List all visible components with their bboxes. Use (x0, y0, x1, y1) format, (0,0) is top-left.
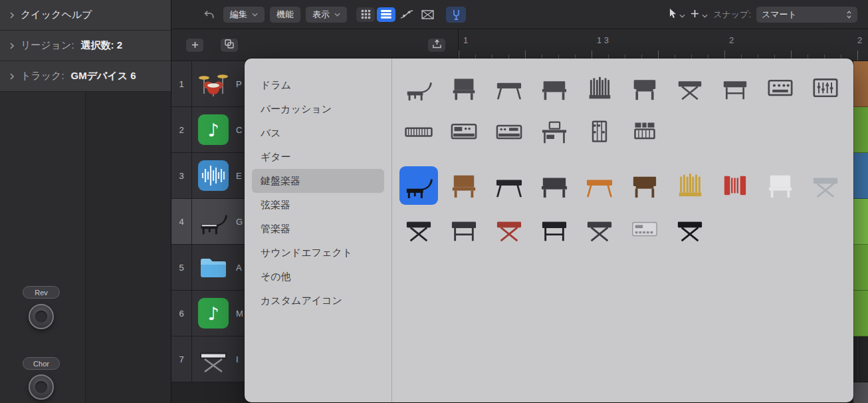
instrument-icon-cell[interactable] (441, 67, 487, 110)
instrument-icon-cell[interactable] (712, 164, 758, 207)
bar-ruler[interactable]: 11 322 (459, 29, 868, 61)
instrument-icon-cell[interactable] (441, 110, 487, 154)
instrument-icon-cell[interactable] (396, 207, 441, 251)
instrument-icon-cell[interactable] (532, 164, 577, 207)
icon-category[interactable]: パーカッション (252, 97, 384, 121)
instrument-icon-cell[interactable] (577, 164, 622, 207)
instrument-icon-cell[interactable] (622, 110, 667, 154)
instrument-icon-cell[interactable] (712, 67, 758, 110)
reverb-send-button[interactable]: Rev (23, 286, 60, 299)
plus-tool-button[interactable] (691, 9, 708, 21)
region-strip[interactable] (853, 245, 868, 291)
plus-crosshair-icon (691, 9, 699, 21)
instrument-icon-cell[interactable] (622, 207, 667, 251)
instrument-icon-cell[interactable] (441, 164, 487, 207)
sequencer-color-icon (629, 216, 660, 243)
icon-category[interactable]: ドラム (252, 73, 384, 97)
plus-icon (191, 39, 199, 51)
instrument-icon-cell[interactable] (758, 164, 803, 207)
instrument-icon-cell[interactable] (487, 207, 532, 251)
instrument-icon-cell[interactable] (487, 164, 532, 207)
menu-edit-button[interactable]: 編集 (223, 7, 265, 23)
pipe-organ-icon (585, 76, 614, 101)
instrument-icon-cell[interactable] (667, 164, 712, 207)
hide-tracks-button[interactable] (428, 39, 445, 52)
scrollbar-corner[interactable] (853, 382, 868, 403)
instrument-icon-cell[interactable] (758, 67, 803, 110)
track-disclosure[interactable]: トラック: GMデバイス 6 (0, 61, 171, 92)
instrument-icon-cell[interactable] (577, 207, 622, 251)
icon-category[interactable]: 弦楽器 (252, 193, 384, 217)
undo-arrow-button[interactable] (199, 7, 218, 22)
tray-arrow-up-icon (432, 39, 442, 51)
region-strip[interactable] (853, 153, 868, 199)
svg-text:♪: ♪ (207, 120, 219, 140)
instrument-icon-cell[interactable] (622, 67, 667, 110)
chevron-right-icon (10, 73, 14, 80)
automation-button[interactable] (397, 7, 416, 22)
synth-keyboard-color-icon (449, 216, 479, 243)
view-mode-segment (356, 7, 437, 22)
instrument-icon-cell[interactable] (396, 110, 441, 154)
vertical-keyboard-icon (585, 120, 614, 145)
region-strip[interactable] (853, 107, 868, 153)
tine-piano-color-icon (584, 172, 615, 199)
snap-select[interactable]: スマート (756, 7, 857, 23)
icon-picker-popover: ドラムパーカッションバスギター鍵盤楽器弦楽器管楽器サウンドエフェクトその他カスタ… (245, 59, 853, 402)
pointer-tool-button[interactable] (668, 8, 685, 21)
icon-category[interactable]: 管楽器 (252, 217, 384, 241)
instrument-icon-cell[interactable] (396, 164, 441, 207)
chevron-down-icon (252, 13, 258, 17)
instrument-icon-cell[interactable] (396, 67, 441, 110)
reverb-knob[interactable] (29, 304, 54, 329)
instrument-icon-cell[interactable] (532, 110, 577, 154)
control-bar: 編集 機能 表示 (171, 0, 868, 29)
tracks-view-button[interactable] (377, 7, 395, 22)
grand-piano-icon (404, 76, 433, 101)
region-disclosure[interactable]: リージョン: 選択数: 2 (0, 31, 171, 61)
stand-keyboard-color-icon (584, 216, 615, 243)
chorus-send-button[interactable]: Chor (23, 357, 60, 370)
instrument-icon-cell[interactable] (667, 67, 712, 110)
icon-category[interactable]: バス (252, 121, 384, 145)
upright-piano-icon (449, 76, 479, 101)
region-strip[interactable] (853, 61, 868, 107)
icon-category[interactable]: カスタムアイコン (252, 289, 384, 313)
chorus-knob[interactable] (29, 374, 54, 400)
track-name-fragment: G (236, 217, 243, 227)
grid-view-button[interactable] (356, 7, 375, 22)
region-strip[interactable] (853, 336, 868, 382)
quick-help-disclosure[interactable]: クイックヘルプ (0, 0, 171, 31)
add-track-button[interactable] (186, 39, 203, 52)
region-selection-count: 選択数: 2 (81, 39, 123, 52)
icon-category[interactable]: 鍵盤楽器 (252, 169, 384, 193)
icon-category[interactable]: サウンドエフェクト (252, 241, 384, 265)
instrument-icon-cell[interactable] (622, 164, 667, 207)
icon-category[interactable]: その他 (252, 265, 384, 289)
instrument-icon-cell[interactable] (532, 67, 577, 110)
inspector-panel: クイックヘルプ リージョン: 選択数: 2 トラック: GMデバイス 6 Rev… (0, 0, 171, 403)
instrument-icon-cell[interactable] (487, 67, 532, 110)
instrument-icon-cell[interactable] (667, 207, 712, 251)
marquee-tool-button[interactable] (418, 7, 437, 22)
menu-view-button[interactable]: 表示 (306, 7, 347, 23)
instrument-icon-cell[interactable] (577, 110, 622, 154)
track-label: トラック: (21, 70, 64, 82)
console-piano-icon (540, 76, 569, 101)
track-name-value: GMデバイス 6 (71, 70, 136, 82)
instrument-icon-cell[interactable] (803, 164, 848, 207)
region-strip[interactable] (853, 291, 868, 336)
instrument-icon-cell[interactable] (441, 207, 487, 251)
instrument-icon-cell[interactable] (803, 67, 848, 110)
portable-keyboard-color-icon (810, 172, 841, 199)
instrument-icon-cell[interactable] (577, 67, 622, 110)
ruler-bar-number: 2 (729, 35, 734, 45)
region-strip[interactable] (853, 199, 868, 245)
duplicate-track-button[interactable] (221, 39, 238, 52)
instrument-icon-cell[interactable] (532, 207, 577, 251)
instrument-icon-cell[interactable] (487, 110, 532, 154)
catch-playhead-button[interactable] (446, 7, 466, 23)
menu-edit-label: 編集 (230, 9, 247, 21)
menu-functions-button[interactable]: 機能 (270, 7, 300, 23)
icon-category[interactable]: ギター (252, 145, 384, 169)
